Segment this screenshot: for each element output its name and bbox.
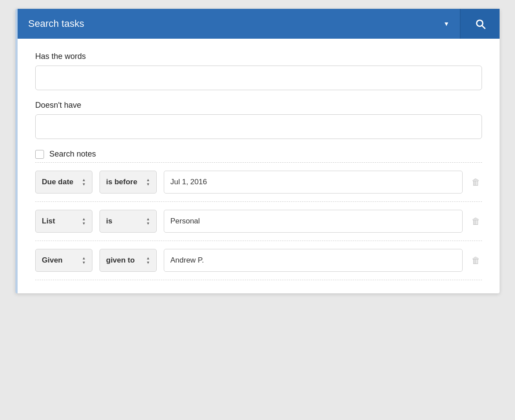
given-operator-label: given to <box>106 256 135 265</box>
doesnt-have-label: Doesn't have <box>35 101 482 110</box>
has-words-group: Has the words <box>35 52 482 90</box>
search-header: Search tasks ▼ <box>18 9 500 39</box>
chevron-down-icon: ▼ <box>443 20 449 27</box>
filter-row: List ▲ ▼ is ▲ ▼ <box>35 202 482 241</box>
trash-icon: 🗑 <box>471 216 480 226</box>
given-field-button[interactable]: Given ▲ ▼ <box>35 249 92 272</box>
list-operator-button[interactable]: is ▲ ▼ <box>99 210 157 233</box>
has-words-input[interactable] <box>35 66 482 90</box>
search-panel: Search tasks ▼ Has the words Doesn't hav… <box>15 9 500 293</box>
search-button[interactable] <box>460 9 500 39</box>
search-notes-label: Search notes <box>49 150 96 159</box>
given-operator-button[interactable]: given to ▲ ▼ <box>99 249 157 272</box>
search-title: Search tasks <box>28 18 438 29</box>
given-delete-button[interactable]: 🗑 <box>470 254 482 267</box>
search-title-area[interactable]: Search tasks ▼ <box>18 9 460 39</box>
list-field-label: List <box>42 217 55 226</box>
due-date-delete-button[interactable]: 🗑 <box>470 175 482 189</box>
trash-icon: 🗑 <box>471 177 480 187</box>
filter-row: Given ▲ ▼ given to ▲ ▼ <box>35 241 482 280</box>
list-value-input[interactable] <box>164 210 463 233</box>
sort-arrows-icon: ▲ ▼ <box>82 178 86 186</box>
sort-arrows-icon: ▲ ▼ <box>82 217 86 226</box>
form-area: Has the words Doesn't have Search notes … <box>18 39 500 293</box>
list-delete-button[interactable]: 🗑 <box>470 215 482 228</box>
filter-row: Due date ▲ ▼ is before ▲ ▼ <box>35 163 482 202</box>
trash-icon: 🗑 <box>471 256 480 266</box>
due-date-field-label: Due date <box>42 178 74 186</box>
doesnt-have-group: Doesn't have <box>35 101 482 139</box>
given-value-input[interactable] <box>164 249 463 272</box>
sort-arrows-icon: ▲ ▼ <box>146 256 150 265</box>
due-date-operator-button[interactable]: is before ▲ ▼ <box>99 171 157 194</box>
filter-rows-container: Due date ▲ ▼ is before ▲ ▼ <box>35 162 482 280</box>
search-notes-checkbox[interactable] <box>35 150 44 159</box>
search-icon <box>474 18 486 30</box>
doesnt-have-input[interactable] <box>35 114 482 139</box>
due-date-field-button[interactable]: Due date ▲ ▼ <box>35 171 92 194</box>
search-notes-row: Search notes <box>35 150 482 159</box>
due-date-operator-label: is before <box>106 178 137 186</box>
list-field-button[interactable]: List ▲ ▼ <box>35 210 92 233</box>
filters-section: Due date ▲ ▼ is before ▲ ▼ <box>35 162 482 280</box>
has-words-label: Has the words <box>35 52 482 61</box>
due-date-value-input[interactable] <box>164 171 463 194</box>
sort-arrows-icon: ▲ ▼ <box>146 178 150 186</box>
list-operator-label: is <box>106 217 112 226</box>
given-field-label: Given <box>42 256 63 265</box>
sort-arrows-icon: ▲ ▼ <box>146 217 150 226</box>
sort-arrows-icon: ▲ ▼ <box>82 256 86 265</box>
